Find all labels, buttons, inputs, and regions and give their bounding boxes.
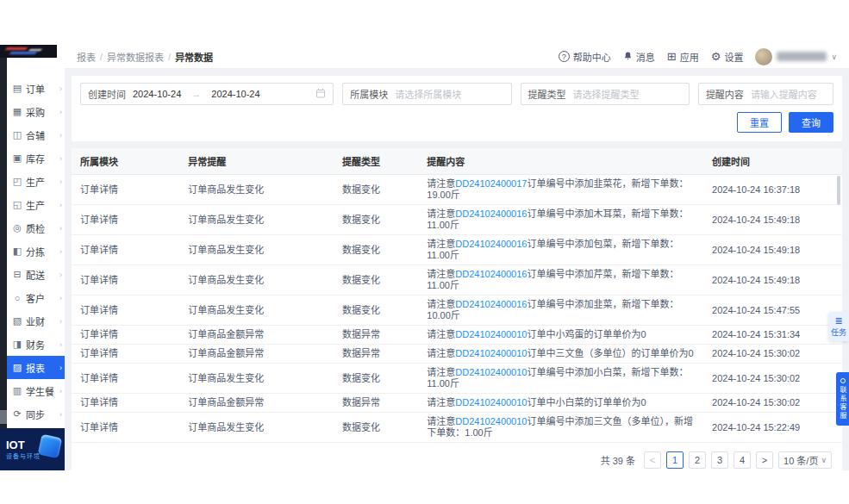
content-prefix: 请注意 xyxy=(427,348,455,358)
sidebar-item-customer[interactable]: ○客户› xyxy=(7,286,65,309)
sidebar-item-label: 质检 xyxy=(26,221,56,235)
sidebar-item-business-finance[interactable]: ▧业财› xyxy=(7,309,65,333)
pagination-page-2[interactable]: 2 xyxy=(689,451,706,469)
inventory-icon: ▣ xyxy=(12,152,22,164)
pagination-next-button[interactable]: > xyxy=(756,451,773,469)
task-drawer-tab[interactable]: ≣ 任务 xyxy=(828,312,849,341)
page-size-select[interactable]: 10 条/页 ∨ xyxy=(778,451,832,469)
date-range-picker[interactable]: 创建时间 2024-10-24 → 2024-10-24 xyxy=(80,83,334,105)
order-number-link[interactable]: DD24102400010 xyxy=(455,348,527,358)
pagination-page-1[interactable]: 1 xyxy=(666,451,684,469)
chevron-right-icon: › xyxy=(59,108,62,116)
module-cell: 订单详情 xyxy=(72,413,179,443)
reset-button[interactable]: 重置 xyxy=(737,112,782,133)
alert-cell: 订单商品发生变化 xyxy=(179,413,334,443)
sidebar-collapse-handle[interactable] xyxy=(0,410,7,424)
help-icon: ? xyxy=(559,51,570,62)
messages-button[interactable]: 消息 xyxy=(623,50,655,64)
sidebar-item-sorting[interactable]: ◧分拣› xyxy=(7,240,65,263)
pagination-page-4[interactable]: 4 xyxy=(734,451,751,469)
alert-type-select[interactable]: 提醒类型 请选择提醒类型 xyxy=(521,83,690,105)
sidebar-item-student-meal[interactable]: ▥学生餐› xyxy=(7,379,65,402)
help-center-button[interactable]: ? 帮助中心 xyxy=(559,50,611,64)
quality-icon: ◎ xyxy=(12,222,22,233)
breadcrumb-abnormal-report[interactable]: 异常数据报表 xyxy=(107,50,164,64)
content-cell: 请注意DD24102400016订单编号中添加木耳菜，新增下单数：11.00斤 xyxy=(418,205,703,235)
time-cell: 2024-10-24 15:30:02 xyxy=(703,364,842,394)
sidebar-item-quality[interactable]: ◎质检› xyxy=(7,216,65,240)
alert-cell: 订单商品金额异常 xyxy=(179,326,334,345)
col-type: 提醒类型 xyxy=(334,148,418,175)
order-number-link[interactable]: DD24102400016 xyxy=(455,299,527,309)
sidebar-item-purchase[interactable]: ▦采购› xyxy=(7,100,65,123)
alert-cell: 订单商品发生变化 xyxy=(179,296,334,326)
order-number-link[interactable]: DD24102400010 xyxy=(455,397,527,408)
user-menu[interactable]: ∨ xyxy=(755,48,837,65)
chevron-right-icon: › xyxy=(59,247,62,256)
apps-button[interactable]: ⊞ 应用 xyxy=(667,50,699,64)
order-number-link[interactable]: DD24102400016 xyxy=(455,239,527,249)
results-table-card: 所属模块 异常提醒 提醒类型 提醒内容 创建时间 订单详情订单商品发生变化数据变… xyxy=(72,148,842,479)
chevron-right-icon: › xyxy=(59,271,62,279)
content-cell: 请注意DD24102400010订单编号中添加小白菜，新增下单数：11.00斤 xyxy=(418,364,703,394)
col-alert: 异常提醒 xyxy=(179,148,334,175)
order-number-link[interactable]: DD24102400010 xyxy=(455,416,527,426)
table-row: 订单详情订单商品发生变化数据变化请注意DD24102400016订单编号中添加芹… xyxy=(72,265,842,296)
sidebar-item-order[interactable]: ▤订单› xyxy=(7,77,65,100)
user-name-redacted xyxy=(777,52,827,61)
order-number-link[interactable]: DD24102400016 xyxy=(455,208,527,219)
sidebar-item-label: 订单 xyxy=(26,82,56,96)
chevron-right-icon: › xyxy=(59,84,62,93)
order-number-link[interactable]: DD24102400010 xyxy=(455,367,527,377)
pagination-page-3[interactable]: 3 xyxy=(711,451,728,469)
alert-cell: 订单商品金额异常 xyxy=(179,394,334,413)
type-cell: 数据变化 xyxy=(334,364,418,394)
sidebar-item-report[interactable]: ▨报表› xyxy=(7,356,65,379)
order-number-link[interactable]: DD24102400017 xyxy=(455,178,527,189)
sidebar-item-sync[interactable]: ⟳同步› xyxy=(7,402,65,426)
task-list-icon: ≣ xyxy=(834,316,842,326)
iot-panel[interactable]: IOT 设备与环境 xyxy=(0,428,65,470)
content-cell: 请注意DD24102400016订单编号中添加芹菜，新增下单数：11.00斤 xyxy=(418,265,703,296)
results-table: 所属模块 异常提醒 提醒类型 提醒内容 创建时间 订单详情订单商品发生变化数据变… xyxy=(72,148,842,443)
time-cell: 2024-10-24 15:49:18 xyxy=(703,265,842,296)
time-cell: 2024-10-24 15:31:34 xyxy=(703,326,842,345)
sidebar-item-label: 生产 xyxy=(26,198,56,212)
student-meal-icon: ▥ xyxy=(12,385,22,396)
col-time: 创建时间 xyxy=(703,148,842,175)
finance-icon: ◨ xyxy=(12,339,22,350)
sidebar-item-label: 客户 xyxy=(26,291,56,305)
content-cell: 请注意DD24102400010订单中小鸡蛋的订单单价为0 xyxy=(418,326,703,345)
sidebar-item-production2[interactable]: ◱生产› xyxy=(7,193,65,216)
alert-content-input[interactable]: 提醒内容 请输入提醒内容 xyxy=(698,83,833,105)
left-edge-strip xyxy=(0,45,7,470)
calendar-icon[interactable] xyxy=(315,88,326,100)
content-prefix: 请注意 xyxy=(427,299,455,309)
sidebar: ▤订单›▦采购›◫合辅›▣库存›◰生产›◱生产›◎质检›◧分拣›⊟配送›○客户›… xyxy=(7,58,65,428)
type-cell: 数据异常 xyxy=(334,345,418,364)
sidebar-item-warehouse[interactable]: ◫合辅› xyxy=(7,123,65,146)
sidebar-item-production[interactable]: ◰生产› xyxy=(7,170,65,193)
chevron-right-icon: › xyxy=(59,131,62,140)
breadcrumb-reports[interactable]: 报表 xyxy=(77,50,96,64)
pagination-prev-button[interactable]: < xyxy=(644,451,661,469)
type-cell: 数据变化 xyxy=(334,296,418,326)
sidebar-item-inventory[interactable]: ▣库存› xyxy=(7,146,65,170)
order-number-link[interactable]: DD24102400010 xyxy=(455,329,527,339)
content-prefix: 请注意 xyxy=(427,329,455,339)
sidebar-item-finance[interactable]: ◨财务› xyxy=(7,333,65,356)
table-row: 订单详情订单商品发生变化数据变化请注意DD24102400010订单编号中添加小… xyxy=(72,364,842,394)
settings-button[interactable]: ⚙ 设置 xyxy=(711,50,744,64)
table-row: 订单详情订单商品发生变化数据变化请注意DD24102400016订单编号中添加韭… xyxy=(72,296,842,326)
table-scrollbar[interactable] xyxy=(837,176,840,205)
search-button[interactable]: 查询 xyxy=(789,112,833,133)
main-area: 报表 / 异常数据报表 / 异常数据 ? 帮助中心 消息 ⊞ xyxy=(65,45,849,470)
contact-support-tab[interactable]: 联系客服 xyxy=(836,372,849,426)
date-arrow-icon: → xyxy=(191,89,201,99)
sidebar-item-delivery[interactable]: ⊟配送› xyxy=(7,263,65,286)
chevron-right-icon: › xyxy=(59,294,62,302)
module-select[interactable]: 所属模块 请选择所属模块 xyxy=(342,83,511,105)
order-number-link[interactable]: DD24102400016 xyxy=(455,269,527,279)
module-cell: 订单详情 xyxy=(72,205,179,235)
chevron-right-icon: › xyxy=(59,317,62,326)
